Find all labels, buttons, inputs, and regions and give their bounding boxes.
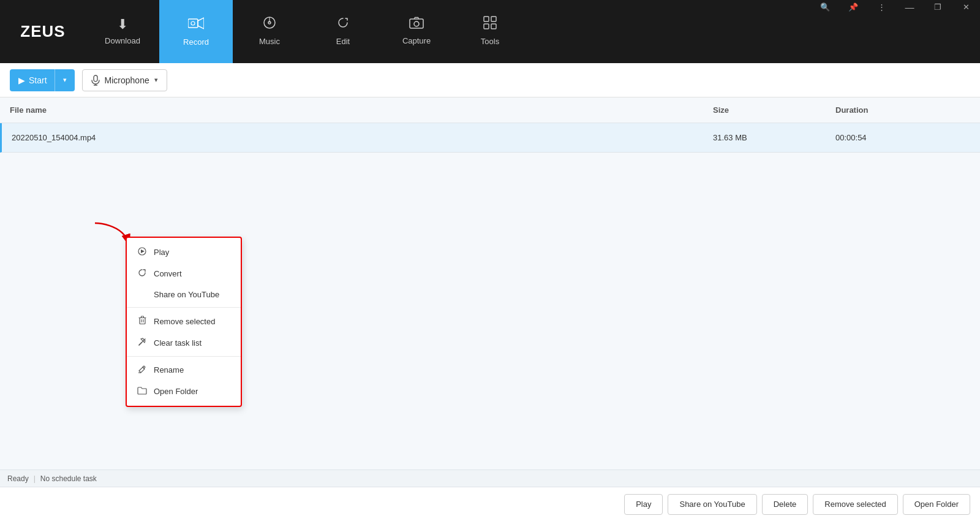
table-row[interactable]: 20220510_154004.mp4 31.63 MB 00:00:54 [0,123,980,153]
ctx-convert-label: Convert [154,269,182,278]
svg-rect-0 [188,19,198,28]
col-duration: Duration [835,105,970,115]
main-nav: ⬇ Download Record Music [86,0,527,63]
toolbar: ▶ Start ▾ Microphone ▾ [0,63,980,97]
ctx-remove-label: Remove selected [154,317,215,326]
bottom-bar: Play Share on YouTube Delete Remove sele… [0,487,980,521]
app-logo: ZEUS [0,22,86,41]
svg-point-6 [414,21,419,26]
bottom-open-folder-button[interactable]: Open Folder [903,494,970,515]
svg-point-2 [191,21,195,25]
capture-icon [409,17,424,32]
nav-capture[interactable]: Capture [380,0,453,63]
ctx-convert-icon [137,268,148,279]
ctx-open-folder[interactable]: Open Folder [127,381,241,402]
ctx-clear-icon [137,338,148,348]
bottom-remove-selected-button[interactable]: Remove selected [813,494,897,515]
nav-capture-label: Capture [402,36,431,45]
status-text: Ready [7,474,29,483]
svg-rect-8 [491,17,496,21]
nav-music-label: Music [259,37,280,46]
nav-record[interactable]: Record [159,0,233,63]
ctx-share-youtube[interactable]: Share on YouTube [127,284,241,305]
svg-rect-9 [484,24,489,29]
nav-tools-label: Tools [481,37,499,46]
nav-edit[interactable]: Edit [306,0,380,63]
ctx-open-folder-label: Open Folder [154,387,198,396]
row-duration: 00:00:54 [835,133,970,142]
microphone-button[interactable]: Microphone ▾ [82,69,167,91]
ctx-clear-task[interactable]: Clear task list [127,332,241,354]
record-icon [188,17,204,34]
menu-btn[interactable]: ⋮ [867,0,895,13]
ctx-divider-1 [127,307,241,308]
row-filename: 20220510_154004.mp4 [12,133,713,142]
col-size: Size [713,105,835,115]
ctx-rename[interactable]: Rename [127,359,241,381]
ctx-rename-icon [137,365,148,375]
microphone-chevron[interactable]: ▾ [154,76,158,84]
ctx-trash-icon [137,316,148,327]
nav-download[interactable]: ⬇ Download [86,0,159,63]
ctx-play-label: Play [154,248,169,257]
svg-rect-17 [140,318,145,324]
microphone-icon [91,75,100,86]
svg-marker-1 [198,18,204,29]
start-chevron[interactable]: ▾ [55,76,75,84]
ctx-remove-selected[interactable]: Remove selected [127,310,241,332]
nav-tools[interactable]: Tools [453,0,527,63]
close-btn[interactable]: ✕ [952,0,980,13]
row-size: 31.63 MB [713,133,835,142]
download-icon: ⬇ [117,17,128,32]
tools-icon [483,16,497,33]
nav-music[interactable]: Music [233,0,306,63]
ctx-play[interactable]: Play [127,241,241,263]
nav-edit-label: Edit [336,37,350,46]
ctx-convert[interactable]: Convert [127,263,241,284]
start-label: Start [29,75,47,85]
nav-download-label: Download [105,36,140,45]
ctx-share-youtube-label: Share on YouTube [154,290,219,299]
start-button[interactable]: ▶ Start ▾ [10,69,75,91]
bottom-share-youtube-button[interactable]: Share on YouTube [668,494,756,515]
svg-marker-16 [141,249,145,253]
status-separator: | [34,474,36,483]
ctx-rename-label: Rename [154,365,184,375]
schedule-text: No schedule task [40,474,97,483]
ctx-divider-2 [127,356,241,357]
context-menu: Play Convert Share on YouTube [126,237,242,407]
play-icon: ▶ [18,75,25,85]
window-controls: 🔍 📌 ⋮ — ❐ ✕ [811,0,980,13]
music-icon [263,16,276,33]
bottom-delete-button[interactable]: Delete [762,494,809,515]
minimize-btn[interactable]: — [895,0,924,13]
svg-line-20 [139,343,141,345]
app-header: ZEUS ⬇ Download Record [0,0,980,63]
statusbar: Ready | No schedule task [0,470,980,487]
svg-rect-11 [94,75,97,82]
pin-btn[interactable]: 📌 [839,0,867,13]
ctx-play-icon [137,247,148,257]
search-btn[interactable]: 🔍 [811,0,839,13]
svg-rect-10 [491,24,496,29]
table-header: File name Size Duration [0,97,980,123]
ctx-folder-icon [137,386,148,397]
col-filename: File name [10,105,713,115]
nav-record-label: Record [183,37,209,47]
svg-rect-7 [484,17,489,21]
main-content: File name Size Duration 20220510_154004.… [0,97,980,487]
ctx-clear-label: Clear task list [154,338,202,348]
microphone-label: Microphone [105,75,149,85]
maximize-btn[interactable]: ❐ [924,0,952,13]
edit-icon [336,16,350,33]
bottom-play-button[interactable]: Play [624,494,663,515]
